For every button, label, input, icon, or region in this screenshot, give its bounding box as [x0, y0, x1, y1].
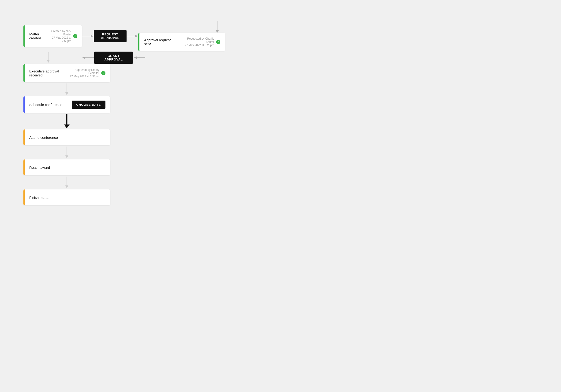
schedule-conference-card: Schedule conference CHOOSE DATE — [23, 96, 110, 113]
matter-created-meta1: Created by Nick Foster — [48, 30, 71, 36]
executive-approval-meta2: 27 May 2022 at 3:33pm — [68, 75, 99, 78]
arrow-l2 — [133, 55, 146, 60]
approval-request-check: ✓ — [216, 40, 220, 44]
svg-marker-19 — [65, 185, 68, 188]
matter-created-card: Matter created Created by Nick Foster 27… — [23, 25, 82, 47]
svg-marker-7 — [47, 60, 50, 63]
approval-request-title: Approval request sent — [144, 38, 178, 46]
svg-marker-15 — [64, 124, 70, 128]
approval-request-meta1: Requested by Charlie Kenter — [178, 37, 214, 44]
executive-approval-meta: Approved by Emery Schleifer 27 May 2022 … — [68, 68, 99, 78]
matter-created-right: Created by Nick Foster 27 May 2022 at 2:… — [48, 30, 77, 43]
row-exec: Executive approval received Approved by … — [23, 64, 225, 82]
svg-marker-13 — [65, 92, 68, 95]
row-top: Matter created Created by Nick Foster 27… — [23, 21, 225, 51]
arrow-r1 — [82, 34, 94, 38]
matter-created-title: Matter created — [29, 32, 48, 40]
arrow-down-right — [146, 51, 225, 64]
reach-award-card: Reach award — [23, 159, 110, 175]
approval-request-meta: Requested by Charlie Kenter 27 May 2022 … — [178, 37, 214, 47]
row-mid-arrows: GRANT APPROVAL — [23, 51, 225, 64]
svg-marker-3 — [135, 35, 138, 37]
attend-conference-title: Attend conference — [29, 135, 58, 140]
workflow: Matter created Created by Nick Foster 27… — [23, 21, 225, 205]
arrow-l1 — [81, 55, 94, 60]
matter-created-meta2: 27 May 2022 at 2:58pm — [48, 36, 71, 43]
approval-request-right: Requested by Charlie Kenter 27 May 2022 … — [178, 37, 220, 47]
arrow-down-3 — [23, 82, 110, 96]
arrow-down-5 — [23, 175, 110, 189]
executive-approval-card: Executive approval received Approved by … — [23, 64, 110, 82]
executive-approval-right: Approved by Emery Schleifer 27 May 2022 … — [68, 68, 106, 78]
finish-matter-title: Finish matter — [29, 196, 50, 199]
schedule-conference-title: Schedule conference — [29, 103, 62, 107]
svg-marker-11 — [134, 56, 137, 59]
approval-request-card: Approval request sent Requested by Charl… — [138, 33, 225, 51]
svg-marker-5 — [216, 30, 219, 33]
corner-arrow — [138, 21, 225, 33]
svg-marker-9 — [82, 56, 85, 59]
arrow-down-bold — [23, 113, 110, 130]
arrow-r2 — [127, 34, 138, 38]
grant-approval-button[interactable]: GRANT APPROVAL — [94, 52, 133, 64]
right-top-col: Approval request sent Requested by Charl… — [138, 21, 225, 51]
approval-request-meta2: 27 May 2022 at 3:23pm — [178, 44, 214, 47]
grant-approval-row: GRANT APPROVAL — [81, 51, 225, 64]
executive-approval-check: ✓ — [101, 71, 106, 75]
executive-approval-meta1: Approved by Emery Schleifer — [68, 68, 99, 75]
arrow-down-4 — [23, 145, 110, 159]
arrow-down-left — [23, 51, 73, 64]
svg-marker-1 — [91, 35, 94, 37]
reach-award-title: Reach award — [29, 165, 50, 170]
executive-approval-title: Executive approval received — [29, 69, 68, 77]
finish-matter-card: Finish matter — [23, 189, 110, 205]
request-approval-button[interactable]: REQUEST APPROVAL — [94, 30, 127, 42]
matter-created-check: ✓ — [73, 34, 77, 38]
choose-date-button[interactable]: CHOOSE DATE — [72, 101, 106, 109]
attend-conference-card: Attend conference — [23, 130, 110, 145]
matter-created-meta: Created by Nick Foster 27 May 2022 at 2:… — [48, 30, 71, 43]
svg-marker-17 — [65, 155, 68, 158]
